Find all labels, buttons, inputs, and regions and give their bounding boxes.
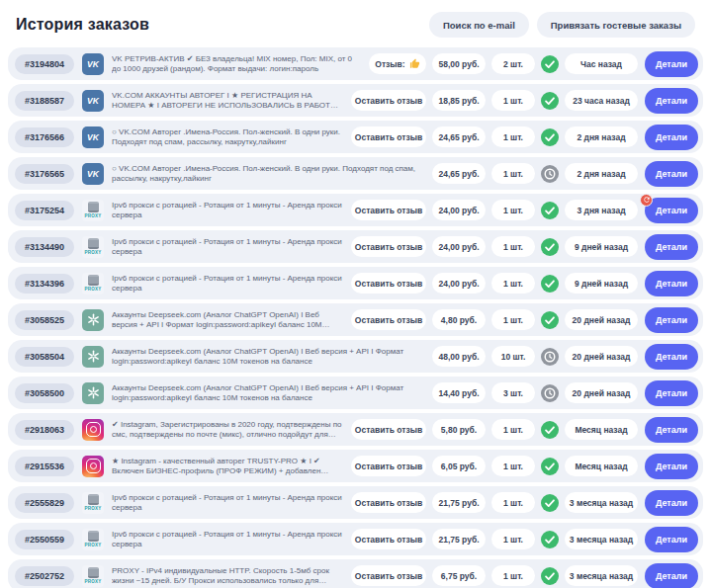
leave-review-button[interactable]: Оставить отзыв <box>351 529 426 549</box>
status-done-check-icon <box>541 494 559 512</box>
thumbs-up-icon <box>409 58 420 69</box>
details-button[interactable]: Детали <box>645 307 698 333</box>
order-time: Месяц назад <box>565 419 638 440</box>
order-id: #3176565 <box>15 164 74 184</box>
order-quantity: 1 шт. <box>491 529 535 549</box>
details-button[interactable]: Детали <box>645 380 698 406</box>
status-done-check-icon <box>541 128 559 146</box>
order-time: 2 дня назад <box>565 163 638 184</box>
details-button[interactable]: Детали <box>645 161 698 187</box>
order-id: #3058500 <box>15 383 74 403</box>
order-quantity: 1 шт. <box>491 200 535 220</box>
order-time: 2 дня назад <box>565 126 638 147</box>
details-button[interactable]: Детали <box>645 125 698 150</box>
order-id: #3176566 <box>15 127 74 147</box>
order-description: ○ VK.COM Авторег .Имена-Россия. Пол-женс… <box>112 164 424 184</box>
order-id: #2918063 <box>15 420 74 440</box>
order-price: 4,80 руб. <box>432 309 486 330</box>
details-button[interactable]: Детали <box>645 234 698 260</box>
page-title: История заказов <box>16 16 149 34</box>
status-done-check-icon <box>541 92 559 110</box>
order-description: Ipv6 прокси с ротацией - Ротация от 1 ми… <box>112 201 343 220</box>
details-button[interactable]: Детали <box>645 271 698 296</box>
leave-review-button[interactable]: Оставить отзыв <box>351 309 426 330</box>
leave-review-button[interactable]: Оставить отзыв <box>351 492 426 513</box>
order-price: 24,65 руб. <box>432 163 486 184</box>
status-done-check-icon <box>541 202 559 219</box>
leave-review-button[interactable]: Оставить отзыв <box>351 565 426 586</box>
details-button[interactable]: Детали <box>645 198 698 223</box>
order-time: 9 дней назад <box>565 236 638 257</box>
order-price: 6,05 руб. <box>432 456 486 476</box>
order-row: #2550559 PROXY Ipv6 прокси с ротацией - … <box>8 523 703 555</box>
order-history-page: История заказов Поиск по e-mail Привязат… <box>0 0 711 588</box>
order-time: 3 месяца назад <box>565 565 638 586</box>
order-description: Ipv6 прокси с ротацией - Ротация от 1 ми… <box>112 237 343 257</box>
status-done-check-icon <box>541 55 559 73</box>
order-row: #3134396 PROXY Ipv6 прокси с ротацией - … <box>8 267 703 299</box>
leave-review-button[interactable]: Оставить отзыв <box>351 90 426 111</box>
details-button[interactable]: Детали <box>645 490 698 516</box>
order-row: #2555829 PROXY Ipv6 прокси с ротацией - … <box>8 486 703 519</box>
order-id: #3175254 <box>15 201 74 220</box>
order-quantity: 1 шт. <box>491 309 535 330</box>
order-price: 24,00 руб. <box>432 236 486 257</box>
vk-icon: VK <box>82 53 104 75</box>
order-quantity: 1 шт. <box>491 236 535 257</box>
header-actions: Поиск по e-mail Привязать гостевые заказ… <box>429 12 695 38</box>
proxy-server-icon: PROXY <box>82 529 104 550</box>
status-pending-clock-icon <box>541 384 559 402</box>
orders-list: #3194804 VK VK РЕТРИВ-АКТИВ ✔ БЕЗ владел… <box>8 47 703 588</box>
order-id: #2915536 <box>15 457 74 476</box>
order-time: 20 дней назад <box>565 382 638 403</box>
status-done-check-icon <box>541 421 559 439</box>
order-description: ✔ Instagram, Зарегистрированы в 2020 год… <box>112 420 343 440</box>
proxy-server-icon: PROXY <box>82 565 104 587</box>
leave-review-button[interactable]: Оставить отзыв <box>351 419 426 440</box>
order-row: #3176566 VK ○ VK.COM Авторег .Имена-Росс… <box>8 121 703 153</box>
order-id: #3134490 <box>15 237 74 257</box>
order-time: 3 месяца назад <box>565 492 638 513</box>
leave-review-button[interactable]: Оставить отзыв <box>351 236 426 257</box>
order-quantity: 2 шт. <box>491 53 535 74</box>
order-id: #2502752 <box>15 566 74 586</box>
leave-review-button[interactable]: Оставить отзыв <box>351 200 426 220</box>
leave-review-button[interactable]: Оставить отзыв <box>351 456 426 476</box>
order-time: 20 дней назад <box>565 309 638 330</box>
order-description: ○ VK.COM Авторег .Имена-Россия. Пол-женс… <box>112 127 343 147</box>
order-quantity: 1 шт. <box>491 163 535 184</box>
order-quantity: 1 шт. <box>491 456 535 476</box>
leave-review-button[interactable]: Оставить отзыв <box>351 273 426 294</box>
order-id: #3134396 <box>15 274 74 294</box>
status-done-check-icon <box>541 238 559 256</box>
page-header: История заказов Поиск по e-mail Привязат… <box>8 8 703 47</box>
details-button[interactable]: Детали <box>645 88 698 114</box>
order-id: #2555829 <box>15 493 74 513</box>
order-quantity: 1 шт. <box>491 565 535 586</box>
details-button[interactable]: Детали <box>645 527 698 552</box>
order-quantity: 1 шт. <box>491 273 535 294</box>
details-button[interactable]: Детали <box>645 417 698 443</box>
order-row: #3188587 VK VK.COM АККАУНТЫ АВТОРЕГ I ★ … <box>8 84 703 117</box>
order-id: #3058525 <box>15 310 74 330</box>
details-button[interactable]: Детали <box>645 51 698 77</box>
status-done-check-icon <box>541 458 559 475</box>
order-price: 21,75 руб. <box>432 529 486 549</box>
order-row: #3194804 VK VK РЕТРИВ-АКТИВ ✔ БЕЗ владел… <box>8 47 703 80</box>
order-time: 23 часа назад <box>565 90 638 111</box>
details-button[interactable]: Детали <box>645 563 698 588</box>
order-price: 14,40 руб. <box>432 382 486 403</box>
order-quantity: 1 шт. <box>491 90 535 111</box>
status-done-check-icon <box>541 311 559 329</box>
order-description: Аккаунты Deepseek.com (Аналог ChatGPT Op… <box>112 347 424 367</box>
order-description: ★ Instagram - качественный авторег TRUST… <box>112 457 343 476</box>
leave-review-button[interactable]: Оставить отзыв <box>351 126 426 147</box>
proxy-server-icon: PROXY <box>82 200 104 221</box>
link-guest-orders-button[interactable]: Привязать гостевые заказы <box>537 12 695 38</box>
order-price: 6,75 руб. <box>432 565 486 586</box>
details-button[interactable]: Детали <box>645 454 698 479</box>
details-button[interactable]: Детали <box>645 344 698 370</box>
search-by-email-button[interactable]: Поиск по e-mail <box>429 12 529 38</box>
proxy-server-icon: PROXY <box>82 273 104 294</box>
status-pending-clock-icon <box>541 165 559 183</box>
